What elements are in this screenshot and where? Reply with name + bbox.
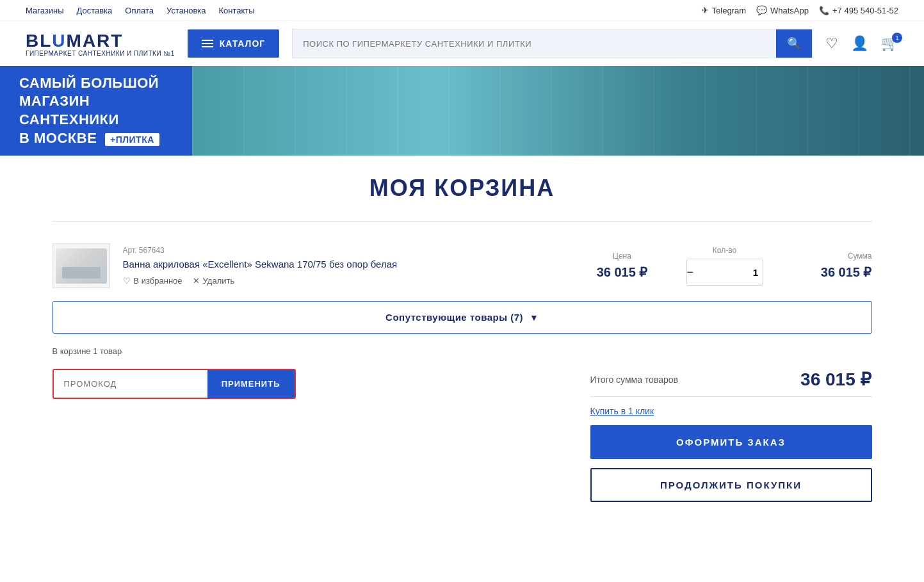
nav-shops[interactable]: Магазины <box>26 6 64 15</box>
total-value: 36 015 ₽ <box>800 369 871 390</box>
sum-value: 36 015 ₽ <box>789 264 872 280</box>
contacts: ✈ Telegram 💬 WhatsApp 📞 +7 495 540-51-52 <box>701 5 898 15</box>
logo-title: BLUMART <box>26 31 175 51</box>
related-label: Сопутствующие товары (7) <box>385 312 523 323</box>
product-image <box>56 248 107 284</box>
total-label: Итого сумма товаров <box>590 375 678 385</box>
search-button[interactable]: 🔍 <box>776 29 812 58</box>
cart-bottom: ПРИМЕНИТЬ Итого сумма товаров 36 015 ₽ К… <box>53 369 872 540</box>
top-bar: Магазины Доставка Оплата Установка Конта… <box>0 0 924 21</box>
phone-number[interactable]: 📞 +7 495 540-51-52 <box>819 6 898 15</box>
nav-payment[interactable]: Оплата <box>125 6 154 15</box>
logo-subtitle: ГИПЕРМАРКЕТ САНТЕХНИКИ И ПЛИТКИ №1 <box>26 50 175 57</box>
delete-button[interactable]: ✕ Удалить <box>193 276 235 286</box>
qty-control: − + <box>686 259 763 286</box>
product-image-box <box>53 243 110 288</box>
qty-decrease-button[interactable]: − <box>687 259 694 285</box>
favorites-button[interactable]: ♡ <box>825 35 838 52</box>
sum-label: Сумма <box>789 252 872 261</box>
nav-contacts[interactable]: Контакты <box>219 6 255 15</box>
total-row: Итого сумма товаров 36 015 ₽ <box>590 369 872 397</box>
hamburger-icon <box>202 40 213 47</box>
whatsapp-link[interactable]: 💬 WhatsApp <box>756 5 809 15</box>
banner-text: САМЫЙ БОЛЬШОЙ МАГАЗИН САНТЕХНИКИ В МОСКВ… <box>0 66 192 156</box>
nav-install[interactable]: Установка <box>166 6 206 15</box>
product-name: Ванна акриловая «Excellent» Sekwana 170/… <box>123 259 571 270</box>
header: BLUMART ГИПЕРМАРКЕТ САНТЕХНИКИ И ПЛИТКИ … <box>0 21 924 66</box>
promo-section: ПРИМЕНИТЬ <box>53 369 296 399</box>
telegram-link[interactable]: ✈ Telegram <box>701 5 746 15</box>
user-icon: 👤 <box>851 35 868 51</box>
one-click-link[interactable]: Купить в 1 клик <box>590 406 654 416</box>
header-icons: ♡ 👤 🛒 1 <box>825 35 898 52</box>
page-title: МОЯ КОРЗИНА <box>53 175 872 202</box>
telegram-icon: ✈ <box>701 5 709 15</box>
related-products-accordion[interactable]: Сопутствующие товары (7) ▼ <box>53 301 872 334</box>
continue-shopping-button[interactable]: ПРОДОЛЖИТЬ ПОКУПКИ <box>590 468 872 502</box>
catalog-button[interactable]: КАТАЛОГ <box>188 29 280 58</box>
sum-column: Сумма 36 015 ₽ <box>789 252 872 280</box>
logo[interactable]: BLUMART ГИПЕРМАРКЕТ САНТЕХНИКИ И ПЛИТКИ … <box>26 31 175 57</box>
price-column: Цена 36 015 ₽ <box>584 252 661 280</box>
promo-input[interactable] <box>54 370 207 398</box>
search-input[interactable] <box>293 29 776 58</box>
banner-image <box>192 66 924 156</box>
nav-delivery[interactable]: Доставка <box>77 6 113 15</box>
account-button[interactable]: 👤 <box>851 35 868 52</box>
close-icon: ✕ <box>193 276 200 286</box>
search-bar: 🔍 <box>292 29 813 58</box>
heart-icon-small: ♡ <box>123 276 131 286</box>
cart-badge: 1 <box>892 33 902 43</box>
heart-icon: ♡ <box>825 35 838 51</box>
whatsapp-icon: 💬 <box>756 5 767 15</box>
quantity-column: Кол-во − + <box>674 246 776 286</box>
add-to-favorites-button[interactable]: ♡ В избранное <box>123 276 182 286</box>
banner-heading: САМЫЙ БОЛЬШОЙ МАГАЗИН САНТЕХНИКИ В МОСКВ… <box>19 74 173 147</box>
order-section: Итого сумма товаров 36 015 ₽ Купить в 1 … <box>590 369 872 502</box>
product-info: Арт. 567643 Ванна акриловая «Excellent» … <box>123 246 571 286</box>
banner: САМЫЙ БОЛЬШОЙ МАГАЗИН САНТЕХНИКИ В МОСКВ… <box>0 66 924 156</box>
cart-items-count: В корзине 1 товар <box>53 346 872 356</box>
main-content: МОЯ КОРЗИНА Арт. 567643 Ванна акриловая … <box>27 175 898 540</box>
qty-input[interactable] <box>693 267 763 278</box>
phone-icon: 📞 <box>819 6 829 15</box>
banner-tag: +ПЛИТКА <box>105 133 159 146</box>
price-value: 36 015 ₽ <box>584 264 661 280</box>
search-icon: 🔍 <box>787 36 801 51</box>
cart-button[interactable]: 🛒 1 <box>881 35 898 52</box>
checkout-button[interactable]: ОФОРМИТЬ ЗАКАЗ <box>590 425 872 459</box>
price-label: Цена <box>584 252 661 261</box>
qty-label: Кол-во <box>674 246 776 255</box>
product-actions: ♡ В избранное ✕ Удалить <box>123 276 571 286</box>
promo-apply-button[interactable]: ПРИМЕНИТЬ <box>207 370 295 398</box>
promo-box: ПРИМЕНИТЬ <box>53 369 296 399</box>
divider <box>53 221 872 222</box>
product-art: Арт. 567643 <box>123 246 571 255</box>
top-nav: Магазины Доставка Оплата Установка Конта… <box>26 6 255 15</box>
cart-item: Арт. 567643 Ванна акриловая «Excellent» … <box>53 237 872 301</box>
chevron-down-icon: ▼ <box>530 312 539 323</box>
